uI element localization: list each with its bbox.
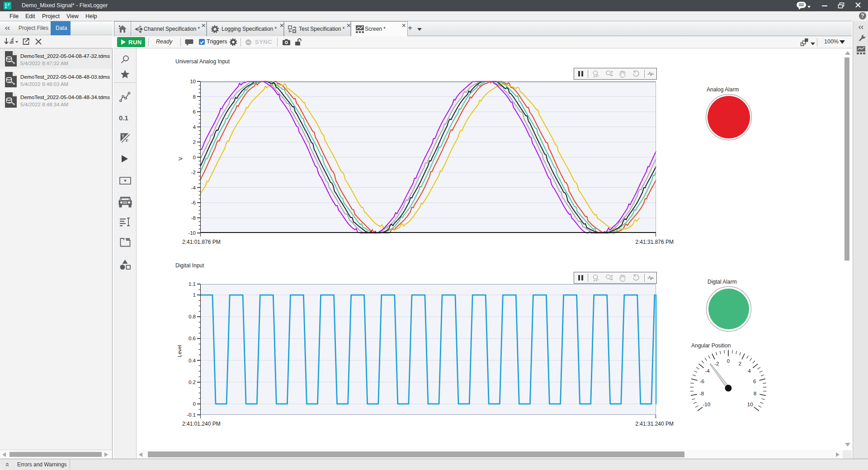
svg-text:0.6: 0.6 xyxy=(189,336,196,341)
svg-text:-6: -6 xyxy=(700,379,704,384)
svg-text:8: 8 xyxy=(193,94,196,100)
svg-text:4: 4 xyxy=(748,368,751,374)
svg-text:10: 10 xyxy=(190,79,196,84)
svg-text:2:41:31.876 PM: 2:41:31.876 PM xyxy=(635,239,674,245)
svg-text:-4: -4 xyxy=(705,368,710,374)
svg-text:6: 6 xyxy=(193,109,196,114)
svg-text:-8: -8 xyxy=(699,391,704,396)
svg-text:0: 0 xyxy=(727,358,730,364)
svg-text:2: 2 xyxy=(193,139,196,145)
svg-text:10: 10 xyxy=(747,402,753,407)
svg-text:-6: -6 xyxy=(191,200,196,205)
svg-text:0.4: 0.4 xyxy=(189,358,196,363)
svg-text:0.2: 0.2 xyxy=(189,380,196,385)
svg-text:-2: -2 xyxy=(191,170,196,175)
svg-text:8: 8 xyxy=(754,391,756,396)
svg-text:0: 0 xyxy=(193,155,196,160)
svg-text:V: V xyxy=(178,157,183,161)
svg-text:-2: -2 xyxy=(714,361,719,366)
svg-text:0: 0 xyxy=(193,401,196,407)
svg-text:2: 2 xyxy=(738,361,741,366)
svg-text:-10: -10 xyxy=(188,230,196,236)
svg-text:-4: -4 xyxy=(191,185,196,190)
svg-text:6: 6 xyxy=(753,379,756,384)
svg-text:-10: -10 xyxy=(703,402,710,407)
svg-text:1: 1 xyxy=(193,292,196,298)
svg-text:Level: Level xyxy=(177,345,182,357)
svg-text:1.1: 1.1 xyxy=(189,281,196,287)
svg-text:-0.1: -0.1 xyxy=(187,412,196,418)
svg-text:4: 4 xyxy=(193,124,196,130)
svg-text:0.8: 0.8 xyxy=(189,314,196,319)
svg-text:2:41:31.240 PM: 2:41:31.240 PM xyxy=(635,421,674,427)
svg-text:2:41:01.240 PM: 2:41:01.240 PM xyxy=(182,421,221,427)
svg-text:2:41:01.876 PM: 2:41:01.876 PM xyxy=(182,239,221,245)
svg-text:-8: -8 xyxy=(191,215,196,221)
